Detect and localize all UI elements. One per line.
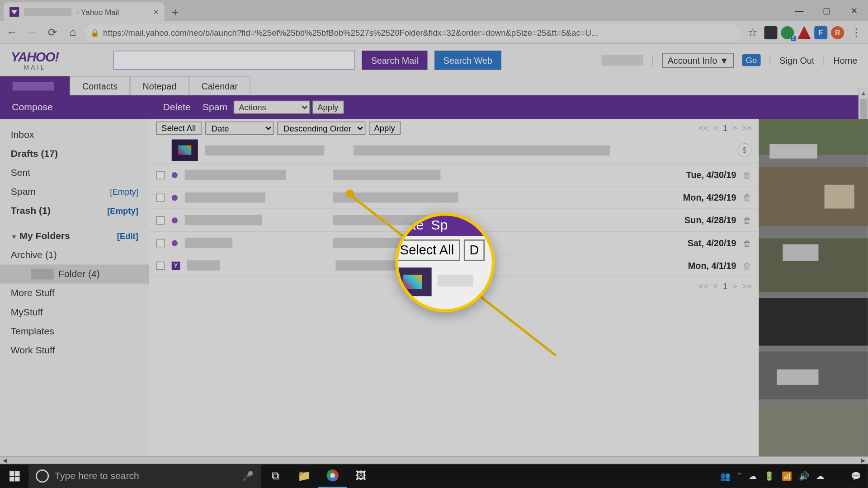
address-bar[interactable]: 🔒 https://mail.yahoo.com/neo/b/launch?fi… xyxy=(85,24,740,41)
message-checkbox[interactable] xyxy=(156,239,164,247)
home-link[interactable]: Home xyxy=(833,55,857,65)
scroll-left-icon[interactable]: ◀ xyxy=(0,457,9,464)
sidebar-item-drafts[interactable]: Drafts (17) xyxy=(8,144,141,163)
browser-tab[interactable]: - Yahoo Mail × xyxy=(4,2,165,21)
cortana-icon xyxy=(36,469,49,483)
battery-icon[interactable]: 🔋 xyxy=(764,471,774,481)
pager-first[interactable]: << xyxy=(699,281,709,291)
sidebar-item-folder-selected[interactable]: Folder (4) xyxy=(0,264,149,283)
pager-prev[interactable]: < xyxy=(713,281,718,291)
extension-icon[interactable]: 5 xyxy=(781,26,794,39)
task-view-icon[interactable]: ⧉ xyxy=(261,464,290,488)
window-minimize[interactable]: — xyxy=(786,0,813,21)
home-icon[interactable]: ⌂ xyxy=(64,24,81,41)
go-button[interactable]: Go xyxy=(742,54,760,66)
message-row[interactable]: Tue, 4/30/19 🗑 xyxy=(149,164,759,187)
reload-icon[interactable]: ⟳ xyxy=(44,24,61,41)
start-button[interactable] xyxy=(0,464,28,488)
tab-notepad[interactable]: Notepad xyxy=(130,76,189,95)
pager-next[interactable]: > xyxy=(732,123,737,133)
pager-bottom: << < 1 > >> xyxy=(699,281,752,291)
search-web-button[interactable]: Search Web xyxy=(434,51,501,70)
actions-dropdown[interactable]: Actions xyxy=(233,101,310,114)
message-checkbox[interactable] xyxy=(156,193,164,202)
bookmark-star-icon[interactable]: ☆ xyxy=(744,24,761,41)
sidebar-item-spam[interactable]: Spam [Empty] xyxy=(8,182,141,201)
tab-calendar[interactable]: Calendar xyxy=(189,76,250,95)
browser-menu-icon[interactable]: ⋮ xyxy=(848,24,864,41)
yahoo-mail-logo[interactable]: YAHOO! MAIL xyxy=(11,49,59,70)
mag-d-fragment: D xyxy=(463,239,485,261)
wifi-icon[interactable]: 📶 xyxy=(782,471,792,481)
photos-icon[interactable]: 🖼 xyxy=(347,464,375,488)
message-checkbox[interactable] xyxy=(156,171,164,179)
new-tab-button[interactable]: + xyxy=(167,4,184,20)
extension-icon[interactable]: F xyxy=(814,26,827,39)
sidebar-item-more-stuff[interactable]: More Stuff xyxy=(8,284,141,303)
apply-actions-button[interactable]: Apply xyxy=(312,101,344,114)
mic-icon[interactable]: 🎤 xyxy=(242,470,254,482)
folder-sidebar: Inbox Drafts (17) Sent Spam [Empty] Tras… xyxy=(0,119,149,456)
delete-message-icon[interactable]: 🗑 xyxy=(743,261,751,270)
sidebar-item-work-stuff[interactable]: Work Stuff xyxy=(8,341,141,360)
close-tab-icon[interactable]: × xyxy=(153,7,158,18)
tab-mail[interactable] xyxy=(0,76,70,95)
sidebar-item-sent[interactable]: Sent xyxy=(8,163,141,182)
delete-message-icon[interactable]: 🗑 xyxy=(743,193,751,202)
sort-field-dropdown[interactable]: Date xyxy=(205,122,274,135)
message-row[interactable]: Mon, 4/29/19 🗑 xyxy=(149,187,759,209)
pager-prev[interactable]: < xyxy=(713,123,718,133)
search-mail-button[interactable]: Search Mail xyxy=(362,51,427,70)
compose-button[interactable]: Compose xyxy=(0,102,65,113)
volume-icon[interactable]: 🔊 xyxy=(799,471,809,481)
file-explorer-icon[interactable]: 📁 xyxy=(290,464,318,488)
sign-out-link[interactable]: Sign Out xyxy=(779,55,814,65)
window-close[interactable]: ✕ xyxy=(840,0,868,21)
message-checkbox[interactable] xyxy=(156,261,164,269)
delete-message-icon[interactable]: 🗑 xyxy=(743,170,751,179)
scroll-right-icon[interactable]: ▶ xyxy=(859,457,868,464)
back-icon[interactable]: ← xyxy=(4,24,20,41)
sidebar-item-trash[interactable]: Trash (1) [Empty] xyxy=(8,202,141,221)
spam-button[interactable]: Spam xyxy=(197,102,233,113)
apply-sort-button[interactable]: Apply xyxy=(369,122,401,135)
sort-order-dropdown[interactable]: Descending Order xyxy=(277,122,365,135)
sidebar-my-folders[interactable]: ▼My Folders [Edit] xyxy=(8,226,141,245)
empty-trash-link[interactable]: [Empty] xyxy=(107,206,138,216)
sync-icon[interactable]: ☁ xyxy=(816,471,824,481)
sidebar-item-templates[interactable]: Templates xyxy=(8,322,141,341)
pager-next[interactable]: > xyxy=(732,281,737,291)
search-input[interactable] xyxy=(113,51,355,70)
extension-icon[interactable] xyxy=(764,26,777,39)
message-date: Sat, 4/20/19 xyxy=(688,238,736,248)
people-icon[interactable]: 👥 xyxy=(720,471,730,481)
sidebar-item-inbox[interactable]: Inbox xyxy=(8,125,141,144)
window-maximize[interactable]: ▢ xyxy=(813,0,841,21)
taskbar-search[interactable]: Type here to search 🎤 xyxy=(28,464,261,488)
sidebar-item-archive[interactable]: Archive (1) xyxy=(8,245,141,264)
forward-icon[interactable]: → xyxy=(24,24,41,41)
message-checkbox[interactable] xyxy=(156,216,164,224)
account-info-dropdown[interactable]: Account Info ▼ xyxy=(662,53,734,68)
onedrive-icon[interactable]: ☁ xyxy=(749,471,757,481)
delete-message-icon[interactable]: 🗑 xyxy=(743,238,751,248)
empty-spam-link[interactable]: [Empty] xyxy=(110,187,138,197)
sidebar-item-mystuff[interactable]: MyStuff xyxy=(8,303,141,322)
pager-last[interactable]: >> xyxy=(742,123,752,133)
select-all-button[interactable]: Select All xyxy=(156,122,201,135)
chrome-icon[interactable] xyxy=(318,464,347,488)
extension-icon[interactable] xyxy=(797,26,811,39)
message-row[interactable]: $ xyxy=(149,137,759,164)
action-center-icon[interactable]: 💬 xyxy=(851,471,861,481)
delete-button[interactable]: Delete xyxy=(157,102,196,113)
pager-last[interactable]: >> xyxy=(742,281,752,291)
delete-message-icon[interactable]: 🗑 xyxy=(743,216,751,225)
horizontal-scrollbar[interactable]: ◀ ▶ xyxy=(0,456,868,464)
profile-avatar-icon[interactable]: R xyxy=(831,26,844,39)
collapse-icon[interactable]: ▼ xyxy=(11,233,17,240)
edit-folders-link[interactable]: [Edit] xyxy=(117,231,138,241)
scroll-up-icon[interactable]: ▲ xyxy=(859,88,868,98)
tab-contacts[interactable]: Contacts xyxy=(70,76,130,95)
tray-expand-icon[interactable]: ˄ xyxy=(737,471,741,481)
pager-first[interactable]: << xyxy=(699,123,709,133)
